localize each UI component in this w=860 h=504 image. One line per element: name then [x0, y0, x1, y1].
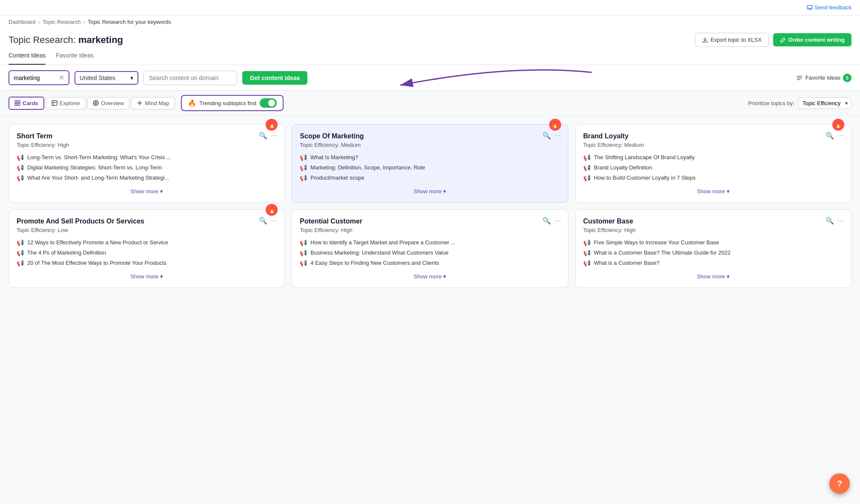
svg-rect-8 [52, 100, 57, 106]
prioritize-select-wrap: Topic Efficiency Volume Difficulty [798, 97, 851, 109]
megaphone-icon: 📢 [583, 154, 591, 161]
prioritize-select[interactable]: Topic Efficiency Volume Difficulty [798, 97, 851, 109]
show-more-button[interactable]: Show more ▾ [17, 188, 277, 195]
card-efficiency: Topic Efficiency: High [583, 227, 843, 233]
card-search-button[interactable]: 🔍 [542, 132, 551, 140]
svg-point-13 [139, 102, 140, 104]
view-row: Cards Explorer Overview [0, 91, 860, 116]
card-efficiency: Topic Efficiency: Medium [583, 142, 843, 148]
controls-row: ✕ United States ▾ Get content ideas Favo… [0, 65, 860, 91]
view-overview-button[interactable]: Overview [87, 97, 129, 109]
megaphone-icon: 📢 [300, 260, 307, 266]
card-search-button[interactable]: 🔍 [826, 132, 834, 140]
trending-fire-icon: 🔥 [266, 204, 278, 216]
list-item: 📢 Marketing: Definition, Scope, Importan… [300, 164, 560, 171]
card-title: Promote And Sell Products Or Services [17, 218, 277, 225]
card-items: 📢 Long-Term vs. Short-Term Marketing: Wh… [17, 154, 277, 181]
overview-icon [93, 100, 99, 106]
megaphone-icon: 📢 [300, 249, 307, 256]
top-bar: Send feedback [0, 0, 860, 15]
domain-search-input[interactable] [143, 71, 237, 85]
explorer-icon [52, 100, 57, 106]
breadcrumb: Dashboard › Topic Research › Topic Resea… [0, 15, 860, 29]
chevron-down-icon: ▾ [160, 188, 163, 195]
list-item: 📢 Digital Marketing Strategies: Short-Te… [17, 164, 277, 171]
card-items: 📢 What Is Marketing? 📢 Marketing: Defini… [300, 154, 560, 181]
megaphone-icon: 📢 [300, 164, 307, 171]
megaphone-icon: 📢 [583, 260, 591, 266]
card-actions: 🔍 ⋯ [826, 132, 844, 140]
country-select[interactable]: United States ▾ [75, 71, 138, 85]
card-actions: 🔍 ⋯ [826, 217, 844, 225]
view-mindmap-button[interactable]: Mind Map [131, 97, 175, 109]
edit-icon [780, 37, 786, 43]
chevron-down-icon: ▾ [443, 188, 446, 195]
chevron-down-icon: ▾ [727, 273, 730, 280]
megaphone-icon: 📢 [17, 249, 24, 256]
megaphone-icon: 📢 [17, 154, 24, 161]
card-search-button[interactable]: 🔍 [826, 217, 834, 225]
card-more-button[interactable]: ⋯ [837, 217, 844, 225]
view-explorer-button[interactable]: Explorer [46, 97, 86, 109]
send-feedback-link[interactable]: Send feedback [807, 4, 851, 11]
card-1: 🔥 🔍 ⋯ Scope Of Marketing Topic Efficienc… [292, 124, 568, 203]
show-more-button[interactable]: Show more ▾ [17, 273, 277, 280]
chevron-down-icon: ▾ [443, 273, 446, 280]
card-search-button[interactable]: 🔍 [259, 132, 267, 140]
cards-icon [14, 100, 20, 106]
tab-content-ideas[interactable]: Content Ideas [9, 47, 46, 65]
feedback-icon [807, 5, 813, 11]
card-more-button[interactable]: ⋯ [554, 132, 561, 140]
card-more-button[interactable]: ⋯ [837, 132, 844, 140]
svg-rect-7 [18, 103, 20, 106]
breadcrumb-topic-research[interactable]: Topic Research [43, 19, 81, 25]
card-search-button[interactable]: 🔍 [542, 217, 551, 225]
card-title: Brand Loyalty [583, 132, 843, 140]
megaphone-icon: 📢 [583, 239, 591, 246]
card-2: 🔥 🔍 ⋯ Brand Loyalty Topic Efficiency: Me… [575, 124, 851, 203]
card-more-button[interactable]: ⋯ [271, 217, 278, 225]
list-item: 📢 Product/market scope [300, 175, 560, 181]
card-title: Scope Of Marketing [300, 132, 560, 140]
list-item: 📢 Five Simple Ways to Increase Your Cust… [583, 239, 843, 246]
card-items: 📢 How to Identify a Target Market and Pr… [300, 239, 560, 266]
megaphone-icon: 📢 [17, 164, 24, 171]
favorite-ideas-button[interactable]: Favorite Ideas 5 [796, 74, 851, 82]
megaphone-icon: 📢 [583, 249, 591, 256]
tab-favorite-ideas[interactable]: Favorite Ideas [56, 47, 94, 65]
card-title: Customer Base [583, 218, 843, 225]
breadcrumb-current: Topic Research for your keywords [88, 19, 171, 25]
trending-toggle[interactable] [260, 98, 277, 108]
view-cards-button[interactable]: Cards [9, 97, 44, 110]
order-content-button[interactable]: Order content writing [773, 33, 851, 46]
chevron-down-icon: ▾ [727, 188, 730, 195]
show-more-button[interactable]: Show more ▾ [583, 188, 843, 195]
card-title: Potential Customer [300, 218, 560, 225]
list-item: 📢 The Shifting Landscape Of Brand Loyalt… [583, 154, 843, 161]
chevron-down-icon: ▾ [130, 74, 133, 81]
card-items: 📢 The Shifting Landscape Of Brand Loyalt… [583, 154, 843, 181]
show-more-button[interactable]: Show more ▾ [300, 273, 560, 280]
megaphone-icon: 📢 [300, 175, 307, 181]
card-0: 🔥 🔍 ⋯ Short Term Topic Efficiency: High … [9, 124, 285, 203]
keyword-input[interactable] [14, 74, 56, 81]
export-icon [702, 37, 708, 43]
show-more-button[interactable]: Show more ▾ [300, 188, 560, 195]
keyword-input-wrap: ✕ [9, 70, 69, 85]
list-icon [796, 74, 803, 81]
export-button[interactable]: Export topic to XLSX [695, 33, 769, 47]
card-more-button[interactable]: ⋯ [554, 217, 561, 225]
trending-fire-icon: 🔥 [832, 119, 844, 131]
show-more-button[interactable]: Show more ▾ [583, 273, 843, 280]
card-title: Short Term [17, 132, 277, 140]
list-item: 📢 What is a Customer Base? The Ultimate … [583, 249, 843, 256]
cards-grid: 🔥 🔍 ⋯ Short Term Topic Efficiency: High … [0, 116, 860, 296]
get-content-ideas-button[interactable]: Get content ideas [242, 71, 307, 85]
card-more-button[interactable]: ⋯ [271, 132, 278, 140]
card-search-button[interactable]: 🔍 [259, 217, 267, 225]
card-actions: 🔍 ⋯ [542, 217, 561, 225]
page-header: Topic Research: marketing Export topic t… [0, 29, 860, 47]
breadcrumb-dashboard[interactable]: Dashboard [9, 19, 36, 25]
keyword-clear-button[interactable]: ✕ [59, 74, 64, 82]
list-item: 📢 How to Identify a Target Market and Pr… [300, 239, 560, 246]
